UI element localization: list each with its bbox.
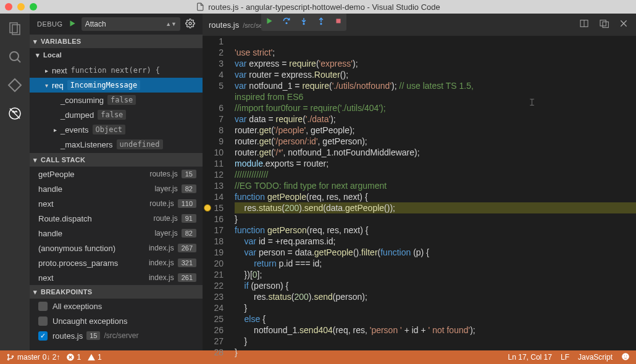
callstack-frame[interactable]: nextroute.js110	[30, 196, 203, 211]
minimize-window[interactable]	[17, 3, 25, 10]
svg-marker-6	[70, 20, 75, 26]
svg-rect-14	[337, 19, 341, 23]
svg-point-22	[7, 358, 9, 360]
window-title: routes.js - angular-typescript-hottowel-…	[208, 2, 440, 12]
debug-toolbar	[261, 14, 346, 31]
tab-bar: routes.js /src/se	[203, 14, 636, 36]
callstack-frame[interactable]: handlelayer.js82	[30, 226, 203, 241]
bp-file-entry[interactable]: ✓routes.js15/src/server	[30, 328, 203, 343]
svg-rect-17	[600, 20, 606, 26]
breakpoints-section-header[interactable]: ▾BREAKPOINTS	[30, 285, 203, 299]
gear-icon[interactable]	[185, 19, 195, 30]
warnings-badge[interactable]: 1	[87, 353, 102, 362]
callstack-frame[interactable]: getPeopleroutes.js15	[30, 167, 203, 181]
local-scope-header[interactable]: ▾Local	[30, 48, 203, 62]
search-icon[interactable]	[6, 48, 23, 65]
bp-uncaught-exceptions[interactable]: Uncaught exceptions	[30, 313, 203, 328]
close-window[interactable]	[5, 3, 12, 10]
more-icon[interactable]	[599, 19, 609, 31]
svg-line-5	[10, 109, 20, 118]
bp-all-exceptions[interactable]: All exceptions	[30, 299, 203, 313]
variable-row[interactable]: ▸_eventsObject	[30, 122, 203, 137]
errors-badge[interactable]: 1	[66, 353, 81, 362]
svg-point-9	[286, 23, 287, 24]
start-debug-button[interactable]	[68, 19, 77, 30]
close-icon[interactable]	[619, 19, 629, 31]
svg-point-21	[7, 354, 9, 355]
variables-section-header[interactable]: ▾VARIABLES	[30, 35, 203, 48]
svg-rect-18	[603, 22, 608, 27]
callstack-frame[interactable]: (anonymous function)index.js267	[30, 241, 203, 255]
svg-marker-8	[267, 18, 272, 23]
explorer-icon[interactable]	[6, 20, 23, 37]
svg-point-13	[320, 23, 322, 25]
svg-point-7	[189, 22, 191, 25]
callstack-frame[interactable]: nextindex.js261	[30, 270, 203, 285]
maximize-window[interactable]	[30, 3, 37, 10]
stop-button[interactable]	[334, 17, 343, 28]
debug-config-select[interactable]: Attach▲▼	[82, 17, 180, 31]
callstack-frame[interactable]: Route.dispatchroute.js91	[30, 211, 203, 226]
checkbox-icon[interactable]	[38, 316, 48, 326]
checkbox-icon[interactable]	[38, 302, 48, 311]
checkbox-icon[interactable]: ✓	[38, 331, 48, 341]
file-icon	[196, 2, 204, 11]
svg-point-11	[303, 23, 304, 25]
code-editor[interactable]: 1234567891011121314151617181920212223242…	[203, 36, 636, 350]
window-titlebar: routes.js - angular-typescript-hottowel-…	[0, 0, 636, 14]
debug-sidebar: DEBUG Attach▲▼ ▾VARIABLES ▾Local ▸nextfu…	[30, 14, 203, 350]
editor-area: routes.js /src/se 1234567891011121314151…	[203, 14, 636, 350]
variable-row[interactable]: ▾reqIncomingMessage	[30, 78, 203, 93]
split-editor-icon[interactable]	[579, 19, 589, 31]
continue-button[interactable]	[265, 17, 274, 28]
callstack-frame[interactable]: proto.process_paramsindex.js321	[30, 255, 203, 270]
step-over-button[interactable]	[282, 17, 291, 28]
variable-row[interactable]: _dumpedfalse	[30, 107, 203, 122]
variable-row[interactable]: _maxListenersundefined	[30, 137, 203, 152]
text-cursor-icon: 𝙸	[529, 97, 535, 108]
callstack-frame[interactable]: handlelayer.js82	[30, 181, 203, 196]
debug-label: DEBUG	[37, 20, 63, 28]
callstack-section-header[interactable]: ▾CALL STACK	[30, 153, 203, 167]
step-into-button[interactable]	[299, 17, 308, 28]
source-control-icon[interactable]	[6, 77, 23, 94]
svg-point-23	[12, 356, 13, 357]
editor-tab[interactable]: routes.js /src/se	[209, 20, 263, 30]
activity-bar	[0, 14, 30, 350]
debug-icon[interactable]	[6, 105, 23, 122]
svg-line-3	[17, 59, 20, 62]
variable-row[interactable]: ▸nextfunction next(err) {	[30, 63, 203, 78]
git-branch[interactable]: master 0↓ 2↑	[6, 353, 60, 362]
variable-row[interactable]: _consumingfalse	[30, 93, 203, 107]
step-out-button[interactable]	[317, 17, 325, 28]
svg-point-2	[10, 52, 19, 60]
